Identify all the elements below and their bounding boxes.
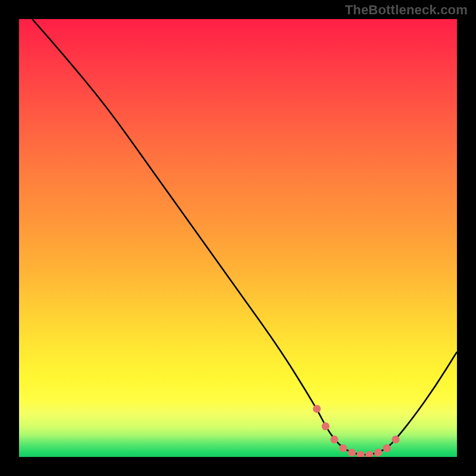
curve-svg xyxy=(19,19,457,457)
plot-area xyxy=(19,19,457,457)
valley-dot xyxy=(356,451,364,457)
valley-dot xyxy=(348,449,356,456)
valley-dot xyxy=(322,422,330,430)
chart-frame: TheBottleneck.com xyxy=(0,0,476,476)
valley-dots-group xyxy=(313,405,400,457)
valley-dot xyxy=(374,449,382,456)
valley-dot xyxy=(339,444,347,452)
valley-dot xyxy=(383,444,391,452)
bottleneck-curve xyxy=(32,19,457,455)
watermark-text: TheBottleneck.com xyxy=(345,2,468,18)
valley-dot xyxy=(365,451,373,457)
valley-dot xyxy=(330,436,338,443)
valley-dot xyxy=(313,405,321,412)
valley-dot xyxy=(392,436,399,443)
